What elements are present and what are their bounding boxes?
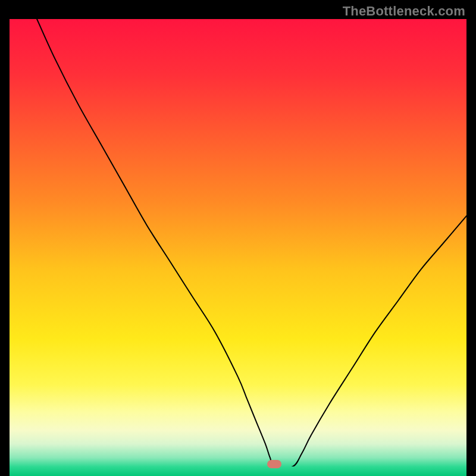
plot-area [10,19,466,466]
bottleneck-curve [10,19,466,466]
optimum-marker [267,460,281,468]
watermark-text: TheBottleneck.com [343,4,465,19]
chart-stage: TheBottleneck.com [0,0,476,476]
